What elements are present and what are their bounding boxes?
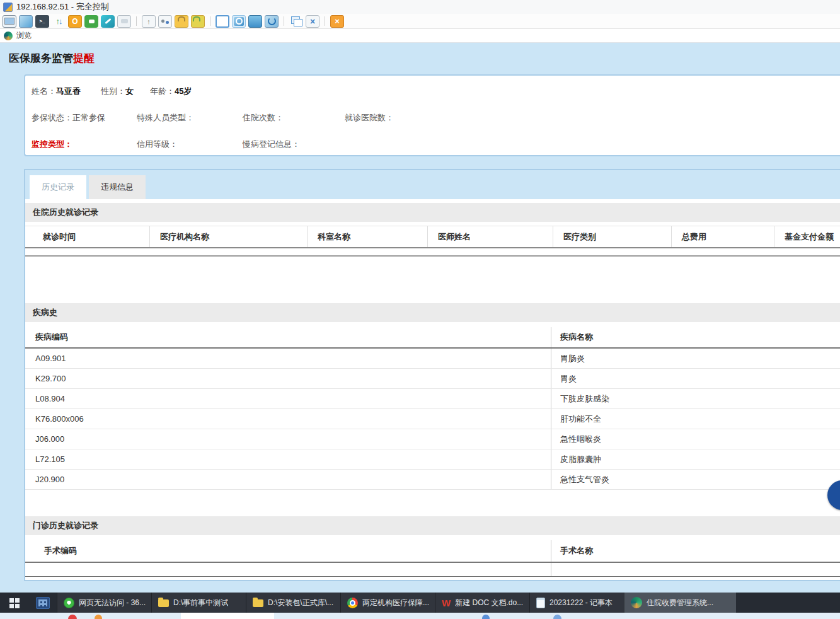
wps-icon	[442, 598, 451, 608]
patient-row-insurance: 参保状态： 正常参保 特殊人员类型： 住院次数： 就诊医院数：	[32, 112, 840, 124]
browser-tab-icon	[4, 32, 13, 40]
surgery-table-header: 手术编码 手术名称	[25, 540, 840, 563]
chrome-icon	[347, 598, 358, 608]
taskbar-item-browser360[interactable]: 网页无法访问 - 36...	[57, 593, 151, 613]
admission-count-field: 住院次数：	[243, 112, 345, 124]
col-dept-name[interactable]: 科室名称	[307, 226, 427, 247]
screen-rotate-icon[interactable]	[265, 15, 279, 28]
unlock-icon[interactable]	[191, 15, 205, 28]
file-transfer-icon[interactable]	[52, 15, 66, 28]
col-medical-type[interactable]: 医疗类别	[553, 226, 671, 247]
taskbar: 网页无法访问 - 36... D:\事前事中测试 D:\安装包\正式库\... …	[0, 593, 840, 613]
patient-gender-field: 性别： 女	[101, 86, 150, 97]
contacts-icon[interactable]	[158, 15, 172, 28]
col-doctor-name[interactable]: 医师姓名	[427, 226, 553, 247]
windows-logo-icon	[9, 598, 14, 603]
folder-icon	[158, 599, 169, 607]
table-row[interactable]: J06.000 急性咽喉炎	[25, 429, 840, 449]
tab-violation[interactable]: 违规信息	[89, 175, 146, 199]
disease-code: L72.105	[25, 449, 551, 469]
toolbar-separator	[284, 16, 284, 26]
taskbar-item-desktop-app[interactable]	[28, 593, 57, 613]
browser-tab-label[interactable]: 浏览	[16, 30, 32, 41]
disease-name: 胃炎	[551, 369, 840, 388]
col-visit-time[interactable]: 就诊时间	[25, 226, 149, 247]
col-fund-pay[interactable]: 基金支付金额	[774, 226, 840, 247]
toolbar-separator	[325, 16, 325, 26]
tab-history[interactable]: 历史记录	[30, 175, 86, 199]
inpatient-table-header: 就诊时间 医疗机构名称 科室名称 医师姓名 医疗类别 总费用 基金支付金额	[25, 226, 840, 248]
col-surgery-code[interactable]: 手术编码	[25, 540, 551, 562]
tools-icon[interactable]	[306, 15, 319, 28]
browser-tab-row: 浏览	[0, 29, 840, 43]
bottom-edge-strip	[0, 613, 840, 619]
taskbar-item-chrome[interactable]: 两定机构医疗保障...	[340, 593, 435, 613]
display-icon[interactable]	[19, 15, 33, 28]
peeking-blue-icon	[482, 615, 490, 619]
inpatient-empty-row	[25, 248, 840, 257]
window-icon[interactable]	[216, 15, 229, 28]
start-button[interactable]	[0, 593, 28, 613]
letter-o-icon[interactable]	[68, 15, 82, 28]
table-row[interactable]: L08.904 下肢皮肤感染	[25, 389, 840, 409]
disease-name: 急性咽喉炎	[551, 429, 840, 449]
remote-app-icon	[3, 3, 13, 12]
upload-icon[interactable]	[142, 15, 156, 28]
taskbar-item-folder-install[interactable]: D:\安装包\正式库\...	[246, 593, 340, 613]
patient-info-card: 姓名： 马亚香 性别： 女 年龄： 45岁 参保状态： 正常参保 特殊人员类型：	[24, 74, 840, 156]
col-total-fee[interactable]: 总费用	[671, 226, 774, 247]
table-row[interactable]: J20.900 急性支气管炎	[25, 470, 840, 490]
col-disease-code[interactable]: 疾病编码	[25, 327, 551, 347]
page-title-accent: 提醒	[73, 52, 95, 64]
disease-name: 下肢皮肤感染	[551, 389, 840, 408]
credit-level-field: 信用等级：	[137, 139, 243, 150]
chat-icon[interactable]	[84, 15, 98, 28]
disease-table-header: 疾病编码 疾病名称	[25, 327, 840, 349]
cascade-windows-icon[interactable]	[289, 15, 303, 28]
table-row[interactable]: K29.700 胃炎	[25, 369, 840, 389]
taskbar-item-notepad[interactable]: 20231222 - 记事本	[529, 593, 624, 613]
col-org-name[interactable]: 医疗机构名称	[149, 226, 307, 247]
close-session-icon[interactable]	[330, 15, 344, 28]
table-row[interactable]: L72.105 皮脂腺囊肿	[25, 449, 840, 470]
disease-code: L08.904	[25, 389, 551, 408]
col-surgery-name[interactable]: 手术名称	[551, 540, 840, 562]
tab-strip: 历史记录 违规信息	[25, 170, 840, 199]
peeking-orange-icon	[95, 615, 102, 619]
table-row[interactable]: A09.901 胃肠炎	[25, 349, 840, 369]
outpatient-section-title: 门诊历史就诊记录	[25, 516, 840, 535]
phone-icon[interactable]	[101, 15, 115, 28]
disease-name: 胃肠炎	[551, 349, 840, 368]
fit-screen-icon[interactable]	[232, 15, 246, 28]
disease-code: A09.901	[25, 349, 551, 368]
monitor-type-field: 监控类型：	[32, 139, 137, 150]
patient-row-monitor: 监控类型： 信用等级： 慢病登记信息：	[32, 139, 840, 150]
disease-section-title: 疾病史	[25, 303, 840, 322]
lock-icon[interactable]	[175, 15, 188, 28]
taskbar-item-folder-test[interactable]: D:\事前事中测试	[151, 593, 246, 613]
monitor-icon[interactable]	[3, 15, 16, 28]
desktop-app-icon	[36, 597, 50, 609]
hospital-count-field: 就诊医院数：	[345, 112, 394, 124]
col-disease-name[interactable]: 疾病名称	[551, 327, 840, 347]
disease-code: K76.800x006	[25, 409, 551, 429]
peeking-blue-icon	[553, 615, 561, 619]
peeking-red-icon	[68, 615, 77, 619]
taskbar-item-wps-doc[interactable]: 新建 DOC 文档.do...	[435, 593, 529, 613]
disease-name: 急性支气管炎	[551, 470, 840, 489]
disease-name: 皮脂腺囊肿	[551, 449, 840, 469]
toolbar-separator	[136, 16, 137, 26]
peeking-window	[181, 613, 274, 619]
page: 医保服务监管提醒 姓名： 马亚香 性别： 女 年龄： 45岁 参保状态： 正常参…	[0, 43, 840, 593]
remote-title: 192.168.92.51 - 完全控制	[16, 1, 109, 13]
terminal-icon[interactable]	[35, 15, 49, 28]
toolbar-separator	[210, 16, 210, 26]
screen-share-icon[interactable]	[248, 15, 262, 28]
message-icon[interactable]	[117, 15, 131, 28]
taskbar-item-his-system[interactable]: 住院收费管理系统...	[624, 593, 736, 613]
main-panel: 历史记录 违规信息 住院历史就诊记录 就诊时间 医疗机构名称 科室名称 医师姓名…	[24, 169, 840, 581]
surgery-empty-row	[25, 563, 840, 577]
patient-age-field: 年龄： 45岁	[150, 86, 192, 97]
table-row[interactable]: K76.800x006 肝功能不全	[25, 409, 840, 429]
page-title: 医保服务监管提醒	[0, 43, 840, 66]
